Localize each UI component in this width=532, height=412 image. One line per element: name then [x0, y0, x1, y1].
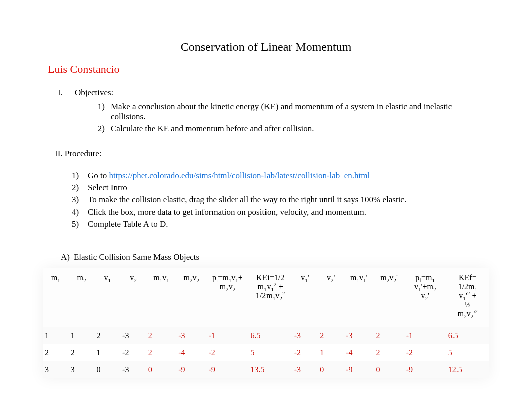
- col-m1v1p: m1v1': [344, 268, 374, 327]
- table-cell: 3: [69, 361, 95, 378]
- table-cell: 0: [318, 361, 344, 378]
- table-cell: -4: [344, 344, 374, 361]
- table-cell: 0: [146, 361, 176, 378]
- list-num: 2): [72, 183, 83, 193]
- table-cell: -3: [120, 327, 146, 344]
- col-v1: v1: [94, 268, 120, 327]
- table-cell: 2: [69, 344, 95, 361]
- table-cell: 2: [318, 327, 344, 344]
- text-fragment: Go to: [88, 171, 109, 180]
- col-m1: m1: [43, 268, 69, 327]
- objectives-label: Objectives:: [75, 88, 113, 98]
- procedure-list: 1) Go to https://phet.colorado.edu/sims/…: [72, 171, 484, 229]
- table-cell: -3: [120, 361, 146, 378]
- table-cell: -9: [176, 361, 206, 378]
- phet-link[interactable]: https://phet.colorado.edu/sims/html/coll…: [109, 171, 370, 180]
- list-item: 1) Make a conclusion about the kinetic e…: [93, 102, 484, 122]
- col-v1p: v1': [292, 268, 318, 327]
- col-pi: pi=m1v1+m2v2: [206, 268, 248, 327]
- list-text: To make the collision elastic, drag the …: [88, 195, 406, 205]
- table-cell: -9: [344, 361, 374, 378]
- col-v2: v2: [120, 268, 146, 327]
- table-cell: 5: [248, 344, 292, 361]
- table-cell: -1: [404, 327, 446, 344]
- table-row: 221-22-4-25-21-42-25: [43, 344, 489, 361]
- table-letter: A): [61, 252, 70, 262]
- table-cell: -2: [206, 344, 248, 361]
- col-kei: KEi=1/2m1v12 +1/2m1v22: [248, 268, 292, 327]
- list-item: 4) Click the box, more data to get infor…: [72, 207, 484, 217]
- table-cell: 6.5: [446, 327, 489, 344]
- col-pf: pf=m1v1'+m2v2': [404, 268, 446, 327]
- col-m2: m2: [69, 268, 95, 327]
- col-m2v2: m2v2: [176, 268, 206, 327]
- col-v2p: v2': [318, 268, 344, 327]
- page-title: Conservation of Linear Momentum: [48, 40, 484, 54]
- table-cell: -3: [344, 327, 374, 344]
- table-cell: 2: [146, 327, 176, 344]
- list-item: 2) Select Intro: [72, 183, 484, 193]
- procedure-label: II. Procedure:: [55, 149, 484, 159]
- list-item: 5) Complete Table A to D.: [72, 219, 484, 229]
- table-cell: -2: [404, 344, 446, 361]
- table-cell: -9: [206, 361, 248, 378]
- list-text: Go to https://phet.colorado.edu/sims/htm…: [88, 171, 370, 181]
- table-cell: 1: [69, 327, 95, 344]
- objectives-list: 1) Make a conclusion about the kinetic e…: [93, 102, 484, 134]
- list-text: Complete Table A to D.: [88, 219, 168, 229]
- table-cell: 1: [43, 327, 69, 344]
- list-num: 3): [72, 195, 83, 205]
- list-num: 2): [93, 124, 105, 134]
- table-cell: 2: [94, 327, 120, 344]
- col-m2v2p: m2v2': [374, 268, 404, 327]
- table-cell: 5: [446, 344, 489, 361]
- table-cell: -1: [206, 327, 248, 344]
- table-cell: 2: [374, 344, 404, 361]
- list-item: 3) To make the collision elastic, drag t…: [72, 195, 484, 205]
- objectives-roman: I.: [58, 88, 63, 98]
- table-cell: 1: [94, 344, 120, 361]
- table-cell: 13.5: [248, 361, 292, 378]
- author-name: Luis Constancio: [48, 63, 484, 76]
- list-text: Calculate the KE and momentum before and…: [111, 124, 484, 134]
- table-cell: 1: [318, 344, 344, 361]
- list-text: Make a conclusion about the kinetic ener…: [111, 102, 484, 122]
- list-num: 1): [72, 171, 83, 181]
- list-text: Select Intro: [88, 183, 127, 193]
- list-text: Click the box, more data to get informat…: [88, 207, 366, 217]
- table-cell: -2: [292, 344, 318, 361]
- table-cell: 0: [374, 361, 404, 378]
- table-cell: -3: [292, 361, 318, 378]
- list-num: 1): [93, 102, 105, 122]
- list-item: 1) Go to https://phet.colorado.edu/sims/…: [72, 171, 484, 181]
- table-row: 112-32-3-16.5-32-32-16.5: [43, 327, 489, 344]
- table-title: Elastic Collision Same Mass Objects: [74, 252, 199, 262]
- table-cell: -4: [176, 344, 206, 361]
- table-cell: -9: [404, 361, 446, 378]
- list-num: 5): [72, 219, 83, 229]
- table-row: 330-30-9-913.5-30-90-912.5: [43, 361, 489, 378]
- list-num: 4): [72, 207, 83, 217]
- table-header-row: m1 m2 v1 v2 m1v1 m2v2 pi=m1v1+m2v2 KEi=1…: [43, 268, 489, 327]
- table-cell: 2: [374, 327, 404, 344]
- table-cell: 3: [43, 361, 69, 378]
- table-cell: 0: [94, 361, 120, 378]
- table-cell: 2: [146, 344, 176, 361]
- tableA: m1 m2 v1 v2 m1v1 m2v2 pi=m1v1+m2v2 KEi=1…: [43, 268, 489, 378]
- table-cell: -3: [292, 327, 318, 344]
- table-cell: 6.5: [248, 327, 292, 344]
- table-cell: -2: [120, 344, 146, 361]
- table-cell: 2: [43, 344, 69, 361]
- col-kef: KEf=1/2m1v1'2 +½m2v2'2: [446, 268, 489, 327]
- table-cell: -3: [176, 327, 206, 344]
- list-item: 2) Calculate the KE and momentum before …: [93, 124, 484, 134]
- table-cell: 12.5: [446, 361, 489, 378]
- col-m1v1: m1v1: [146, 268, 176, 327]
